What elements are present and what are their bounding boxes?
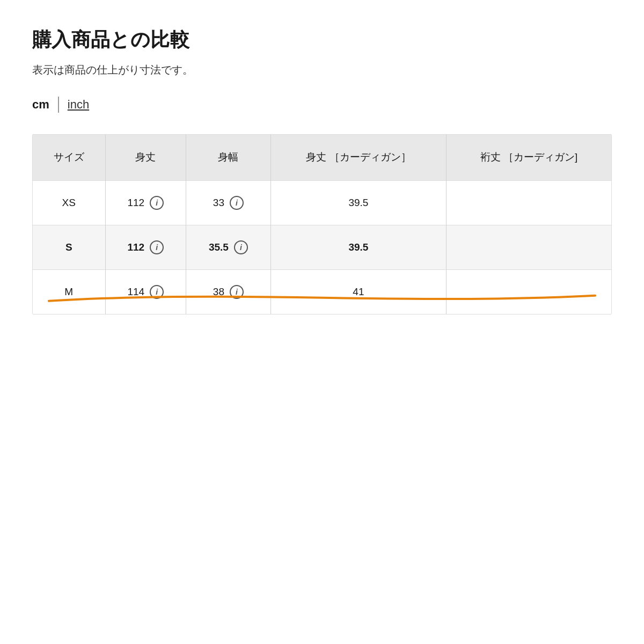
cell-body-length: 112i: [105, 180, 186, 225]
size-comparison-table: サイズ 身丈 身幅 身丈 ［カーディガン］ 裄丈 ［カーディガン] XS112i…: [32, 134, 612, 314]
table-row: XS112i33i39.5: [33, 180, 611, 225]
subtitle: 表示は商品の仕上がり寸法です。: [32, 63, 612, 77]
cell-body-width: 35.5i: [186, 225, 271, 269]
table-header-row: サイズ 身丈 身幅 身丈 ［カーディガン］ 裄丈 ［カーディガン]: [33, 135, 611, 180]
cell-size: XS: [33, 180, 105, 225]
header-sleeve-length-cardigan: 裄丈 ［カーディガン]: [447, 135, 612, 180]
cell-sleeve-length-cardigan: [447, 180, 612, 225]
header-body-length: 身丈: [105, 135, 186, 180]
cell-body-length: 114i: [105, 269, 186, 314]
cell-body-length: 112i: [105, 225, 186, 269]
cell-body-width: 33i: [186, 180, 271, 225]
cell-size: S: [33, 225, 105, 269]
cell-sleeve-length-cardigan: [447, 269, 612, 314]
cell-size: M: [33, 269, 105, 314]
info-icon[interactable]: i: [234, 240, 248, 254]
info-icon[interactable]: i: [150, 196, 164, 210]
cell-body-length-cardigan: 41: [270, 269, 446, 314]
unit-inch-button[interactable]: inch: [68, 98, 89, 112]
page-title: 購入商品との比較: [32, 27, 612, 53]
cell-body-length-cardigan: 39.5: [270, 225, 446, 269]
table-row: M114i38i41: [33, 269, 611, 314]
unit-cm-button[interactable]: cm: [32, 98, 49, 112]
header-size: サイズ: [33, 135, 105, 180]
unit-divider: [58, 97, 59, 113]
cell-body-length-cardigan: 39.5: [270, 180, 446, 225]
table-row: S112i35.5i39.5: [33, 225, 611, 269]
header-body-length-cardigan: 身丈 ［カーディガン］: [270, 135, 446, 180]
cell-body-width: 38i: [186, 269, 271, 314]
info-icon[interactable]: i: [230, 285, 244, 299]
info-icon[interactable]: i: [150, 240, 164, 254]
cell-sleeve-length-cardigan: [447, 225, 612, 269]
info-icon[interactable]: i: [150, 285, 164, 299]
info-icon[interactable]: i: [230, 196, 244, 210]
unit-switcher: cm inch: [32, 97, 612, 113]
header-body-width: 身幅: [186, 135, 271, 180]
